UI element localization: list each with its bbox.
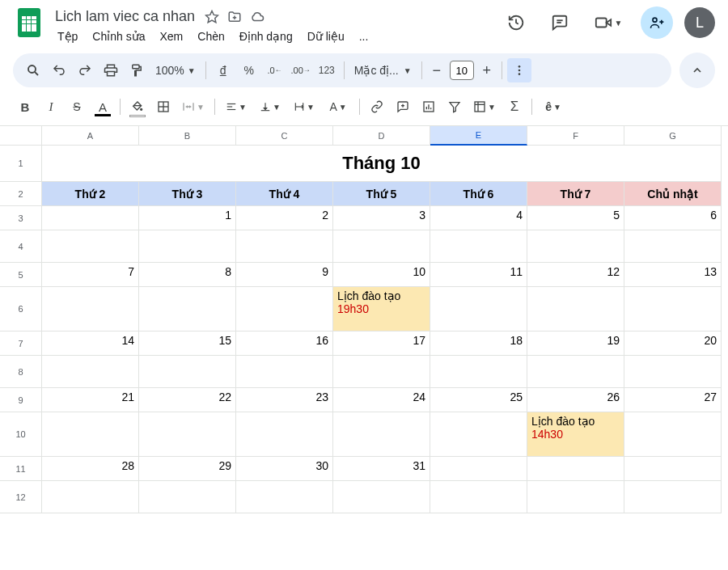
row-header-8[interactable]: 8 bbox=[0, 356, 42, 388]
cell[interactable] bbox=[333, 230, 430, 263]
cell[interactable]: 16 bbox=[236, 331, 333, 356]
menu-edit[interactable]: Chỉnh sửa bbox=[87, 28, 150, 44]
cell[interactable] bbox=[624, 230, 722, 263]
cell[interactable] bbox=[333, 481, 430, 513]
cell[interactable] bbox=[430, 412, 527, 457]
v-align-button[interactable]: ▼ bbox=[254, 96, 286, 117]
accent-button[interactable]: ê▼ bbox=[537, 96, 569, 117]
sheets-logo[interactable] bbox=[13, 6, 45, 39]
cell[interactable] bbox=[527, 287, 624, 331]
cell[interactable] bbox=[430, 356, 527, 388]
cell[interactable]: 2 bbox=[236, 206, 333, 230]
account-avatar[interactable]: L bbox=[684, 7, 715, 38]
cell[interactable]: 13 bbox=[624, 263, 722, 287]
cell[interactable]: 24 bbox=[333, 388, 430, 412]
menu-data[interactable]: Dữ liệu bbox=[302, 28, 350, 44]
cell[interactable]: 12 bbox=[527, 263, 624, 287]
filter-views-button[interactable]: ▼ bbox=[468, 96, 501, 117]
row-header-3[interactable]: 3 bbox=[0, 206, 42, 230]
column-header-E[interactable]: E bbox=[430, 126, 527, 146]
column-header-A[interactable]: A bbox=[42, 126, 139, 146]
column-header-G[interactable]: G bbox=[624, 126, 722, 146]
cell[interactable] bbox=[42, 412, 139, 457]
cell[interactable]: 31 bbox=[333, 457, 430, 481]
cell[interactable] bbox=[236, 230, 333, 263]
cell[interactable]: Thứ 4 bbox=[236, 182, 333, 206]
cell[interactable] bbox=[624, 287, 722, 331]
cell[interactable]: Chủ nhật bbox=[624, 182, 722, 206]
insert-comment-button[interactable] bbox=[391, 96, 415, 117]
move-icon[interactable] bbox=[227, 10, 242, 24]
cell[interactable] bbox=[333, 356, 430, 388]
cell[interactable] bbox=[430, 457, 527, 481]
cell[interactable]: Thứ 7 bbox=[527, 182, 624, 206]
cell[interactable] bbox=[42, 356, 139, 388]
cell[interactable]: 19 bbox=[527, 331, 624, 356]
cell[interactable]: 25 bbox=[430, 388, 527, 412]
cell[interactable] bbox=[624, 457, 722, 481]
font-size-increase[interactable]: + bbox=[477, 61, 497, 80]
increase-decimals-button[interactable]: .00→ bbox=[289, 58, 313, 82]
menu-insert[interactable]: Chèn bbox=[192, 28, 230, 44]
cell[interactable] bbox=[236, 481, 333, 513]
cloud-status-icon[interactable] bbox=[250, 10, 265, 24]
star-icon[interactable] bbox=[205, 10, 219, 24]
row-header-6[interactable]: 6 bbox=[0, 287, 42, 331]
redo-icon[interactable] bbox=[73, 58, 97, 82]
cell[interactable] bbox=[430, 481, 527, 513]
row-header-11[interactable]: 11 bbox=[0, 457, 42, 481]
zoom-dropdown[interactable]: 100%▼ bbox=[150, 64, 201, 77]
text-wrap-button[interactable]: ▼ bbox=[288, 96, 320, 117]
merge-cells-button[interactable]: ▼ bbox=[177, 96, 210, 117]
format-number-button[interactable]: 123 bbox=[315, 58, 339, 82]
document-title[interactable]: Lich lam viec ca nhan bbox=[52, 6, 198, 27]
insert-link-button[interactable] bbox=[365, 96, 389, 117]
cell[interactable]: 14 bbox=[42, 331, 139, 356]
cell[interactable]: 15 bbox=[139, 331, 236, 356]
cell[interactable]: 29 bbox=[139, 457, 236, 481]
cell[interactable]: 5 bbox=[527, 206, 624, 230]
cell[interactable] bbox=[624, 412, 722, 457]
cell[interactable] bbox=[236, 287, 333, 331]
cell[interactable]: 26 bbox=[527, 388, 624, 412]
cell[interactable]: Thứ 3 bbox=[139, 182, 236, 206]
row-header-10[interactable]: 10 bbox=[0, 412, 42, 457]
cell[interactable]: 23 bbox=[236, 388, 333, 412]
print-icon[interactable] bbox=[99, 58, 123, 82]
decrease-decimals-button[interactable]: .0← bbox=[263, 58, 287, 82]
insert-chart-button[interactable] bbox=[417, 96, 441, 117]
format-currency-button[interactable]: đ bbox=[211, 58, 235, 82]
cell[interactable]: 17 bbox=[333, 331, 430, 356]
column-header-D[interactable]: D bbox=[333, 126, 430, 146]
menu-more[interactable]: ... bbox=[353, 28, 375, 44]
column-header-C[interactable]: C bbox=[236, 126, 333, 146]
strikethrough-button[interactable]: S bbox=[65, 96, 89, 117]
cell[interactable]: 21 bbox=[42, 388, 139, 412]
row-header-12[interactable]: 12 bbox=[0, 481, 42, 513]
cell[interactable] bbox=[139, 412, 236, 457]
collapse-toolbar-icon[interactable] bbox=[679, 53, 715, 88]
cell[interactable]: 22 bbox=[139, 388, 236, 412]
row-header-1[interactable]: 1 bbox=[0, 146, 42, 182]
menu-file[interactable]: Tệp bbox=[52, 28, 83, 44]
font-size-decrease[interactable]: − bbox=[427, 61, 447, 80]
menu-view[interactable]: Xem bbox=[154, 28, 189, 44]
text-color-button[interactable]: A bbox=[91, 96, 115, 117]
cell[interactable]: 7 bbox=[42, 263, 139, 287]
cell[interactable] bbox=[430, 230, 527, 263]
fill-color-button[interactable] bbox=[125, 96, 150, 117]
cell[interactable] bbox=[624, 356, 722, 388]
cell[interactable]: Thứ 6 bbox=[430, 182, 527, 206]
cell[interactable] bbox=[236, 412, 333, 457]
font-family-dropdown[interactable]: Mặc đị...▼ bbox=[349, 64, 417, 77]
cell[interactable]: 1 bbox=[139, 206, 236, 230]
cell[interactable] bbox=[624, 481, 722, 513]
cell[interactable] bbox=[139, 481, 236, 513]
cell[interactable] bbox=[527, 481, 624, 513]
cell[interactable] bbox=[139, 356, 236, 388]
cell[interactable] bbox=[527, 230, 624, 263]
row-header-4[interactable]: 4 bbox=[0, 230, 42, 263]
format-percent-button[interactable]: % bbox=[237, 58, 261, 82]
cell[interactable]: 8 bbox=[139, 263, 236, 287]
cell[interactable] bbox=[430, 287, 527, 331]
